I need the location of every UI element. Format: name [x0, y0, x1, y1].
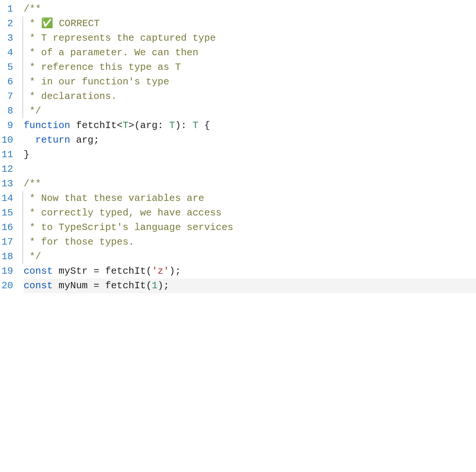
token-plain: myNum = fetchIt(: [53, 280, 152, 291]
code-line[interactable]: * correctly typed, we have access: [24, 206, 476, 220]
doc-comment-border: [22, 89, 23, 104]
doc-comment-border: [22, 104, 23, 118]
code-line[interactable]: * reference this type as T: [24, 60, 476, 75]
token-type: T: [122, 120, 128, 131]
doc-comment-border: [22, 60, 23, 75]
token-plain: myStr = fetchIt(: [53, 266, 152, 277]
line-number: 14: [1, 191, 13, 206]
code-area[interactable]: /** * ✅ CORRECT * T represents the captu…: [24, 2, 476, 293]
code-line[interactable]: * T represents the captured type: [24, 31, 476, 46]
token-plain: ):: [175, 120, 193, 131]
token-comment: * Now that these variables are: [24, 193, 204, 204]
line-number: 16: [1, 220, 13, 235]
token-comment: /**: [24, 178, 41, 189]
line-number: 18: [1, 249, 13, 264]
line-number: 1: [1, 2, 13, 16]
code-line[interactable]: const myNum = fetchIt(1);: [24, 279, 476, 293]
token-string: 'z': [152, 266, 169, 277]
token-comment: * ✅ CORRECT: [24, 18, 100, 29]
token-comment: * of a parameter. We can then: [24, 47, 198, 58]
token-keyword: const: [24, 280, 53, 291]
code-line[interactable]: }: [24, 148, 476, 162]
token-plain: >(arg:: [128, 120, 169, 131]
token-plain: [24, 134, 35, 146]
code-line[interactable]: * declarations.: [24, 89, 476, 104]
token-comment: * T represents the captured type: [24, 32, 216, 44]
token-comment: * declarations.: [24, 91, 117, 102]
code-line[interactable]: * to TypeScript's language services: [24, 220, 476, 235]
code-line[interactable]: * for those types.: [24, 235, 476, 249]
line-number: 7: [1, 89, 13, 104]
line-number: 9: [1, 118, 13, 133]
doc-comment-border: [22, 235, 23, 249]
line-number: 20: [1, 279, 13, 293]
token-type: T: [169, 120, 175, 131]
code-line[interactable]: * Now that these variables are: [24, 191, 476, 206]
code-line[interactable]: return arg;: [24, 133, 476, 148]
code-line[interactable]: [24, 162, 476, 177]
token-comment: */: [24, 251, 41, 262]
token-plain: );: [169, 266, 181, 277]
line-number: 13: [1, 177, 13, 191]
code-line[interactable]: * ✅ CORRECT: [24, 16, 476, 31]
token-plain: {: [198, 120, 210, 131]
line-number: 6: [1, 75, 13, 89]
line-number: 8: [1, 104, 13, 118]
doc-comment-border: [22, 220, 23, 235]
code-editor[interactable]: 1234567891011121314151617181920 /** * ✅ …: [0, 0, 476, 293]
doc-comment-border: [22, 206, 23, 220]
token-number: 1: [152, 280, 158, 291]
token-plain: );: [158, 280, 169, 291]
token-keyword: function: [24, 120, 70, 131]
doc-comment-border: [22, 191, 23, 206]
token-keyword: const: [24, 266, 53, 277]
doc-comment-border: [22, 16, 23, 31]
line-number: 10: [1, 133, 13, 148]
code-line[interactable]: */: [24, 104, 476, 118]
line-number: 15: [1, 206, 13, 220]
line-number: 3: [1, 31, 13, 46]
code-line[interactable]: */: [24, 249, 476, 264]
token-comment: * reference this type as T: [24, 62, 181, 73]
token-comment: */: [24, 105, 41, 117]
line-number: 11: [1, 148, 13, 162]
token-comment: * in our function's type: [24, 76, 169, 87]
token-comment: * for those types.: [24, 236, 134, 248]
token-keyword: return: [35, 134, 70, 146]
line-number-gutter: 1234567891011121314151617181920: [0, 2, 24, 293]
token-plain: fetchIt<: [70, 120, 122, 131]
token-plain: arg;: [70, 134, 99, 146]
line-number: 2: [1, 16, 13, 31]
line-number: 17: [1, 235, 13, 249]
code-line[interactable]: const myStr = fetchIt('z');: [24, 264, 476, 279]
line-number: 5: [1, 60, 13, 75]
code-line[interactable]: /**: [24, 2, 476, 16]
doc-comment-border: [22, 249, 23, 264]
code-line[interactable]: * in our function's type: [24, 75, 476, 89]
token-type: T: [193, 120, 199, 131]
line-number: 12: [1, 162, 13, 177]
code-line[interactable]: /**: [24, 177, 476, 191]
doc-comment-border: [22, 75, 23, 89]
doc-comment-border: [22, 31, 23, 46]
doc-comment-border: [22, 46, 23, 60]
line-number: 19: [1, 264, 13, 279]
line-number: 4: [1, 46, 13, 60]
token-comment: * correctly typed, we have access: [24, 207, 222, 218]
token-comment: /**: [24, 3, 41, 15]
token-plain: }: [24, 149, 29, 160]
code-line[interactable]: function fetchIt<T>(arg: T): T {: [24, 118, 476, 133]
code-line[interactable]: * of a parameter. We can then: [24, 46, 476, 60]
token-comment: * to TypeScript's language services: [24, 222, 233, 233]
